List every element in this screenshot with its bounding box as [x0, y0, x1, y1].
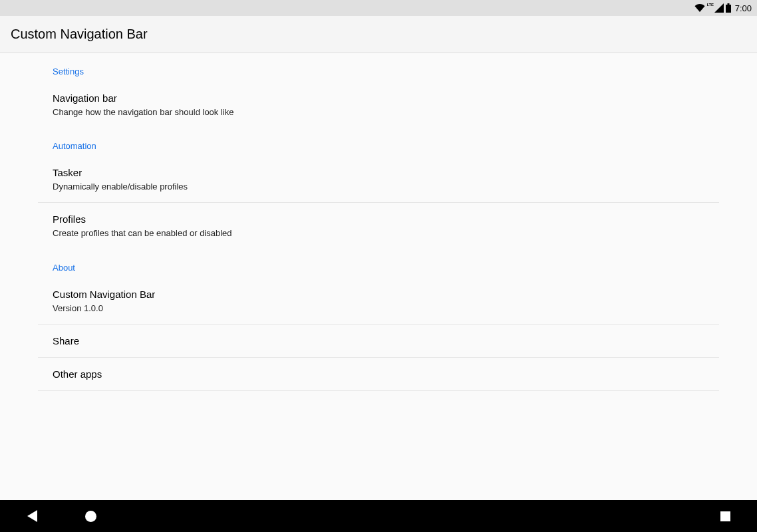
lte-label: LTE — [707, 3, 714, 7]
home-button[interactable] — [77, 503, 104, 529]
divider — [38, 390, 719, 391]
list-item-subtitle: Create profiles that can be enabled or d… — [53, 227, 704, 239]
back-button[interactable] — [19, 503, 45, 529]
system-nav-bar — [0, 500, 757, 532]
recents-icon — [720, 511, 730, 521]
list-item-subtitle: Change how the navigation bar should loo… — [53, 106, 704, 118]
list-item[interactable]: ProfilesCreate profiles that can be enab… — [38, 203, 719, 249]
settings-list: SettingsNavigation barChange how the nav… — [38, 53, 719, 391]
status-bar: LTE 7:00 — [0, 0, 757, 16]
list-item-title: Custom Navigation Bar — [53, 287, 704, 301]
list-item-subtitle: Dynamically enable/disable profiles — [53, 181, 704, 193]
battery-icon — [726, 3, 731, 13]
list-item[interactable]: Share — [38, 325, 719, 357]
section-header: Automation — [38, 128, 719, 156]
list-item-title: Navigation bar — [53, 91, 704, 105]
list-item-title: Share — [53, 334, 704, 348]
signal-icon — [714, 3, 724, 13]
back-icon — [27, 510, 37, 522]
list-item-title: Other apps — [53, 367, 704, 381]
content-area: SettingsNavigation barChange how the nav… — [0, 53, 757, 500]
list-item[interactable]: Custom Navigation BarVersion 1.0.0 — [38, 278, 719, 324]
list-item-title: Tasker — [53, 166, 704, 180]
svg-rect-1 — [727, 3, 729, 5]
list-item[interactable]: TaskerDynamically enable/disable profile… — [38, 156, 719, 202]
home-icon — [85, 511, 96, 522]
list-item-subtitle: Version 1.0.0 — [53, 303, 704, 315]
clock-time: 7:00 — [735, 3, 752, 13]
recents-button[interactable] — [712, 503, 738, 529]
list-item[interactable]: Navigation barChange how the navigation … — [38, 82, 719, 128]
list-item-title: Profiles — [53, 212, 704, 226]
list-item[interactable]: Other apps — [38, 358, 719, 390]
app-bar: Custom Navigation Bar — [0, 16, 757, 53]
wifi-icon — [694, 4, 705, 12]
section-header: Settings — [38, 53, 719, 82]
svg-rect-0 — [726, 5, 731, 13]
app-bar-title: Custom Navigation Bar — [11, 27, 148, 42]
section-header: About — [38, 249, 719, 278]
